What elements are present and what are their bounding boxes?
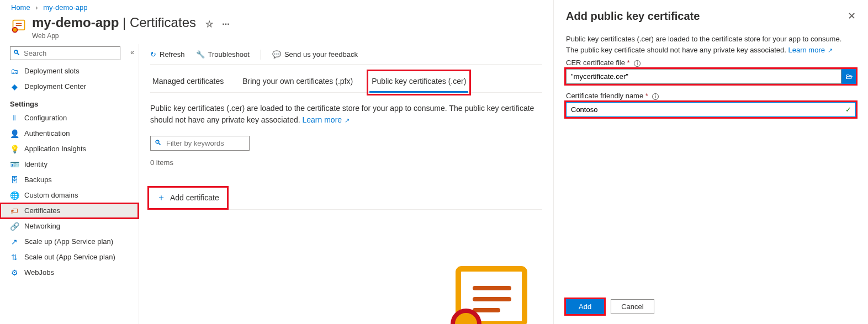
scale-up-icon: ↗ [10,237,19,246]
sidebar-item-label: Application Insights [24,145,86,153]
sidebar-item-scale-up-app-service-plan-[interactable]: ↗Scale up (App Service plan) [0,234,139,249]
webjobs-icon: ⚙ [10,268,19,277]
checkmark-icon: ✓ [845,105,851,114]
sidebar-item-label: Deployment Center [24,82,86,91]
favorite-star-icon[interactable]: ☆ [205,19,213,29]
sidebar-item-configuration[interactable]: ⦀Configuration [0,110,139,126]
sidebar-item-label: Configuration [24,114,67,122]
backups-icon: 🗄 [10,176,19,184]
sidebar-search-input[interactable] [10,46,120,60]
sidebar-item-label: WebJobs [24,268,54,277]
cancel-button[interactable]: Cancel [611,299,654,314]
deployment-center-icon: ◆ [10,82,19,91]
troubleshoot-button[interactable]: 🔧Troubleshoot [196,50,250,59]
file-field-label: CER certificate file * i [566,59,856,67]
sidebar-item-authentication[interactable]: 👤Authentication [0,126,139,141]
sidebar-item-scale-out-app-service-plan-[interactable]: ⇅Scale out (App Service plan) [0,249,139,265]
browse-file-button[interactable]: 🗁 [841,69,856,84]
scale-out-icon: ⇅ [10,253,19,262]
breadcrumb-home[interactable]: Home [11,3,30,12]
tab-public-key-certificates[interactable]: Public key certificates (.cer) [369,72,468,93]
plus-icon: ＋ [157,192,166,204]
svg-point-3 [13,28,18,33]
collapse-sidebar-icon[interactable]: « [130,49,132,56]
certificate-illustration-icon [448,263,531,324]
friendly-name-label: Certificate friendly name * i [566,92,856,100]
page-title: my-demo-app | Certificates ☆ ··· [32,15,230,31]
breadcrumb-app[interactable]: my-demo-app [43,3,87,12]
app-insights-icon: 💡 [10,145,19,153]
sidebar-item-label: Networking [24,222,60,230]
certificate-page-icon [11,18,27,34]
filter-input[interactable] [150,136,250,151]
sidebar-item-networking[interactable]: 🔗Networking [0,219,139,234]
sidebar-section-settings: Settings [0,94,139,110]
add-certificate-panel: Add public key certificate ✕ Public key … [553,0,868,324]
external-link-icon: ↗ [826,47,833,54]
external-link-icon: ↗ [343,117,350,124]
sidebar-item-identity[interactable]: 🪪Identity [0,157,139,172]
sidebar-item-label: Deployment slots [24,67,80,75]
tab-description: Public key certificates (.cer) are loade… [150,103,542,126]
networking-icon: 🔗 [10,222,19,231]
sidebar-item-label: Authentication [24,129,70,137]
feedback-icon: 💬 [272,50,281,59]
sidebar-item-label: Backups [24,176,52,184]
learn-more-link[interactable]: Learn more ↗ [303,115,350,124]
panel-title: Add public key certificate [566,10,700,23]
panel-learn-more-link[interactable]: Learn more ↗ [788,46,833,54]
panel-description: Public key certificates (.cer) are loade… [566,34,856,55]
sidebar-item-application-insights[interactable]: 💡Application Insights [0,141,139,157]
sidebar-item-deployment-slots[interactable]: 🗂Deployment slots [0,63,139,79]
sidebar-item-label: Scale out (App Service plan) [24,253,115,261]
identity-icon: 🪪 [10,160,19,169]
toolbar-separator [261,50,261,60]
info-icon[interactable]: i [652,93,659,100]
tab-managed-certificates[interactable]: Managed certificates [150,72,226,92]
configuration-icon: ⦀ [10,114,19,123]
wrench-icon: 🔧 [196,50,205,59]
authentication-icon: 👤 [10,129,19,138]
search-icon: 🔍︎ [13,49,20,57]
more-menu-icon[interactable]: ··· [222,19,229,29]
filter-search-icon: 🔍︎ [155,139,162,147]
certificates-icon: 🏷 [10,206,19,215]
sidebar-item-certificates[interactable]: 🏷Certificates [0,203,139,219]
add-button[interactable]: Add [566,299,604,314]
sidebar-item-label: Scale up (App Service plan) [24,237,113,246]
cer-file-input[interactable] [566,69,841,84]
sidebar: 🔍︎ « 🗂Deployment slots◆Deployment Center… [0,44,139,324]
custom-domains-icon: 🌐 [10,191,19,200]
add-certificate-button[interactable]: ＋ Add certificate [150,189,226,207]
sidebar-item-custom-domains[interactable]: 🌐Custom domains [0,188,139,203]
refresh-icon: ↻ [150,50,156,59]
add-certificate-label: Add certificate [170,193,219,202]
feedback-button[interactable]: 💬Send us your feedback [272,50,358,59]
breadcrumb: Home › my-demo-app [0,0,553,12]
deployment-slots-icon: 🗂 [10,67,19,76]
breadcrumb-sep: › [35,3,38,12]
sidebar-item-label: Custom domains [24,191,78,199]
sidebar-item-webjobs[interactable]: ⚙WebJobs [0,265,139,280]
sidebar-item-label: Identity [24,160,47,168]
folder-icon: 🗁 [845,72,853,81]
info-icon[interactable]: i [634,60,641,67]
sidebar-item-deployment-center[interactable]: ◆Deployment Center [0,79,139,94]
item-count: 0 items [150,158,542,167]
close-icon[interactable]: ✕ [848,10,856,23]
tab-bring-your-own[interactable]: Bring your own certificates (.pfx) [240,72,355,92]
friendly-name-input[interactable] [566,102,856,117]
sidebar-item-backups[interactable]: 🗄Backups [0,172,139,188]
refresh-button[interactable]: ↻Refresh [150,50,185,59]
page-subtitle: Web App [32,32,230,40]
svg-point-8 [453,311,479,324]
sidebar-item-label: Certificates [24,206,60,215]
